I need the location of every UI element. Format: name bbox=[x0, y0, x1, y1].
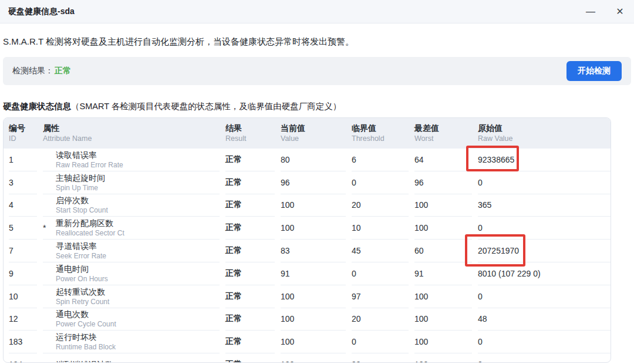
attribute-name-zh: 通电时间 bbox=[56, 264, 108, 274]
column-header-en: Value bbox=[281, 134, 346, 144]
cell-result: 正常 bbox=[225, 331, 275, 353]
cell-worst: 91 bbox=[414, 262, 472, 285]
attribute-name-en: Runtime Bad Block bbox=[56, 342, 116, 352]
smart-intro-text: S.M.A.R.T 检测将对硬盘及主机进行自动化监测分析，当设备健康状态异常时将… bbox=[0, 23, 634, 57]
column-header-en: Worst bbox=[414, 134, 472, 144]
result-status-value: 正常 bbox=[55, 66, 71, 76]
cell-threshold: 45 bbox=[352, 240, 409, 262]
cell-threshold: 0 bbox=[352, 171, 409, 194]
window-titlebar: 硬盘健康信息-sda — ✕ bbox=[0, 0, 634, 23]
attribute-name-zh: 主轴起旋时间 bbox=[56, 173, 105, 183]
column-header-en: ID bbox=[9, 134, 37, 144]
cell-result: 正常 bbox=[225, 308, 275, 331]
cell-worst: 100 bbox=[414, 353, 472, 363]
cell-id: 183 bbox=[9, 331, 37, 353]
column-header-zh: 结果 bbox=[225, 123, 275, 134]
column-header-zh: 编号 bbox=[9, 123, 37, 134]
column-header: 编号ID bbox=[9, 123, 37, 144]
table-body: 1读取错误率Raw Read Error Rate正常8066492338665… bbox=[4, 149, 611, 363]
attribute-names: 起转重试次数Spin Retry Count bbox=[56, 287, 109, 306]
section-heading-rest: （SMART 各检测项目代表硬盘的状态属性，及临界值由硬盘厂商定义） bbox=[71, 102, 341, 111]
window-controls: — ✕ bbox=[585, 7, 626, 16]
cell-raw-value: 8010 (107 229 0) bbox=[478, 262, 611, 285]
cell-id: 9 bbox=[9, 262, 37, 285]
cell-current-value: 100 bbox=[281, 331, 346, 353]
column-header: 结果Result bbox=[225, 123, 275, 144]
cell-raw-value: 0 bbox=[478, 171, 611, 194]
attribute-names: 通电时间Power On Hours bbox=[56, 264, 108, 284]
attribute-names: 寻道错误率Seek Error Rate bbox=[56, 241, 106, 261]
column-header-en: Attribute Name bbox=[43, 134, 220, 144]
column-header: 最差值Worst bbox=[414, 123, 472, 144]
close-icon[interactable]: ✕ bbox=[614, 7, 626, 16]
attribute-names: 主轴起旋时间Spin Up Time bbox=[56, 173, 105, 193]
cell-current-value: 83 bbox=[281, 240, 346, 262]
cell-worst: 100 bbox=[414, 194, 472, 217]
cell-current-value: 100 bbox=[281, 217, 346, 240]
cell-threshold: 99 bbox=[352, 353, 409, 363]
attribute-name-en: Spin Up Time bbox=[56, 183, 105, 193]
cell-id: 12 bbox=[9, 308, 37, 331]
cell-attribute: 读取错误率Raw Read Error Rate bbox=[43, 149, 220, 171]
cell-worst: 100 bbox=[414, 331, 472, 353]
cell-raw-value: 365 bbox=[478, 194, 611, 217]
attribute-name-en: Power Cycle Count bbox=[56, 319, 116, 329]
attribute-name-zh: 重新分配扇区数 bbox=[56, 218, 124, 228]
cell-current-value: 91 bbox=[281, 262, 346, 285]
cell-threshold: 6 bbox=[352, 149, 409, 171]
table-header-row: 编号ID属性Attribute Name结果Result当前值Value临界值T… bbox=[4, 118, 611, 149]
attribute-names: 端到端错误计数 bbox=[56, 359, 113, 363]
attribute-name-zh: 起转重试次数 bbox=[56, 287, 109, 297]
table-row: 184端到端错误计数正常100991000 bbox=[4, 353, 611, 363]
cell-current-value: 100 bbox=[281, 353, 346, 363]
cell-attribute: 运行时坏块Runtime Bad Block bbox=[43, 331, 220, 353]
cell-id: 184 bbox=[9, 353, 37, 363]
attribute-names: 重新分配扇区数Reallocated Sector Ct bbox=[56, 218, 124, 238]
start-detection-button[interactable]: 开始检测 bbox=[566, 61, 622, 81]
table-row: 5*重新分配扇区数Reallocated Sector Ct正常10010100… bbox=[4, 217, 611, 240]
table-row: 1读取错误率Raw Read Error Rate正常8066492338665 bbox=[4, 149, 611, 171]
column-header: 原始值Raw Value bbox=[478, 123, 611, 144]
attribute-name-zh: 寻道错误率 bbox=[56, 241, 106, 251]
cell-worst: 60 bbox=[414, 240, 472, 262]
column-header: 临界值Threshold bbox=[352, 123, 409, 144]
section-heading-bold: 硬盘健康状态信息 bbox=[3, 102, 71, 111]
cell-threshold: 97 bbox=[352, 285, 409, 308]
cell-attribute: 主轴起旋时间Spin Up Time bbox=[43, 171, 220, 194]
attribute-name-zh: 通电次数 bbox=[56, 309, 116, 319]
cell-result: 正常 bbox=[225, 171, 275, 194]
cell-current-value: 80 bbox=[281, 149, 346, 171]
attribute-name-en: Start Stop Count bbox=[56, 205, 108, 215]
table-row: 183运行时坏块Runtime Bad Block正常10001000 bbox=[4, 331, 611, 353]
cell-attribute: *重新分配扇区数Reallocated Sector Ct bbox=[43, 217, 220, 240]
attribute-name-zh: 读取错误率 bbox=[56, 150, 123, 160]
cell-current-value: 100 bbox=[281, 285, 346, 308]
attribute-names: 读取错误率Raw Read Error Rate bbox=[56, 150, 123, 170]
cell-id: 7 bbox=[9, 240, 37, 262]
attribute-name-en: Spin Retry Count bbox=[56, 297, 109, 306]
cell-id: 4 bbox=[9, 194, 37, 217]
cell-threshold: 0 bbox=[352, 262, 409, 285]
cell-result: 正常 bbox=[225, 149, 275, 171]
table-row: 3主轴起旋时间Spin Up Time正常960960 bbox=[4, 171, 611, 194]
column-header-en: Result bbox=[225, 134, 275, 144]
cell-raw-value: 0 bbox=[478, 285, 611, 308]
cell-result: 正常 bbox=[225, 217, 275, 240]
minimize-icon[interactable]: — bbox=[585, 7, 596, 16]
cell-raw-value: 0 bbox=[478, 331, 611, 353]
column-header-zh: 最差值 bbox=[414, 123, 472, 134]
table-row: 9通电时间Power On Hours正常910918010 (107 229 … bbox=[4, 262, 611, 285]
cell-raw-value: 48 bbox=[478, 308, 611, 331]
cell-attribute: 起转重试次数Spin Retry Count bbox=[43, 285, 220, 308]
cell-attribute: 通电次数Power Cycle Count bbox=[43, 308, 220, 331]
cell-threshold: 10 bbox=[352, 217, 409, 240]
cell-worst: 100 bbox=[414, 217, 472, 240]
column-header-zh: 当前值 bbox=[281, 123, 346, 134]
column-header: 属性Attribute Name bbox=[43, 123, 220, 144]
cell-id: 5 bbox=[9, 217, 37, 240]
window-title: 硬盘健康信息-sda bbox=[8, 6, 75, 17]
cell-worst: 64 bbox=[414, 149, 472, 171]
attribute-names: 启停次数Start Stop Count bbox=[56, 195, 108, 215]
attribute-name-en: Seek Error Rate bbox=[56, 251, 106, 261]
column-header-zh: 属性 bbox=[43, 123, 220, 134]
